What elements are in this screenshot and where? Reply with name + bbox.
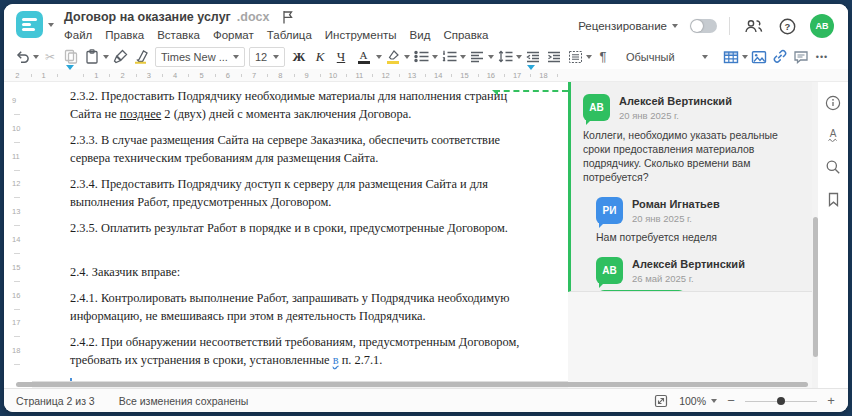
font-caret-icon xyxy=(233,55,239,59)
italic-button[interactable]: К xyxy=(310,46,330,67)
ruler-tick xyxy=(14,253,20,254)
increase-indent-button[interactable] xyxy=(544,46,564,67)
decrease-indent-button[interactable] xyxy=(523,46,543,67)
zoom-slider[interactable] xyxy=(745,396,817,406)
paste-button[interactable] xyxy=(82,46,102,67)
comments-panel: АВАлексей Вертинский20 янв 2025 г.Коллег… xyxy=(568,82,812,388)
horizontal-scrollbar[interactable] xyxy=(16,382,808,387)
svg-text:?: ? xyxy=(785,21,791,32)
paragraph-5: 2.4.1. Контролировать выполнение Работ, … xyxy=(70,290,538,325)
paragraph-4: 2.4. Заказчик вправе: xyxy=(70,247,538,282)
collaborators-icon[interactable] xyxy=(742,16,765,37)
font-name-select[interactable]: Times New ... xyxy=(155,47,245,67)
app-logo-icon[interactable] xyxy=(16,11,43,38)
numbered-list-button[interactable] xyxy=(439,46,459,67)
bookmark-icon[interactable] xyxy=(824,190,842,208)
menu-item-7[interactable]: Справка xyxy=(443,29,488,41)
insert-comment-button[interactable] xyxy=(791,46,811,67)
format-painter-button[interactable] xyxy=(110,46,130,67)
zoom-in-button[interactable]: + xyxy=(826,393,836,408)
align-caret-icon[interactable] xyxy=(488,55,494,59)
fit-width-icon[interactable] xyxy=(652,392,670,410)
comment-author: Роман Игнатьев xyxy=(632,198,720,210)
menu-item-6[interactable]: Вид xyxy=(410,29,431,41)
font-color-caret-icon[interactable] xyxy=(376,55,382,59)
document-canvas[interactable]: 2.3.2. Предоставить Подрядчику необходим… xyxy=(32,82,568,388)
font-size-select[interactable]: 12 xyxy=(249,47,285,67)
paragraph-settings-caret-icon[interactable] xyxy=(586,55,592,59)
bullet-list-button[interactable] xyxy=(411,46,431,67)
info-icon[interactable] xyxy=(824,94,842,112)
menu-bar: ФайлПравкаВставкаФорматТаблицаИнструмент… xyxy=(64,29,489,41)
align-button[interactable] xyxy=(467,46,487,67)
menu-item-4[interactable]: Таблица xyxy=(267,29,312,41)
cut-button[interactable]: ✂ xyxy=(40,46,60,67)
ruler-number: 4 xyxy=(173,71,177,80)
ruler-number: 10 xyxy=(329,71,337,80)
mention-pill: Роман Игнатьев xyxy=(596,290,687,292)
ruler-tick xyxy=(188,74,189,77)
zoom-out-button[interactable]: − xyxy=(726,393,736,408)
numbered-list-caret-icon[interactable] xyxy=(460,55,466,59)
underline-button[interactable]: Ч xyxy=(331,46,351,67)
ruler-tick xyxy=(14,197,20,198)
font-color-button[interactable]: А xyxy=(352,46,375,67)
line-spacing-button[interactable] xyxy=(495,46,515,67)
more-tools-button[interactable]: ••• xyxy=(812,46,832,67)
ruler-number: 9 xyxy=(12,96,16,105)
comment-0[interactable]: АВАлексей Вертинский20 янв 2025 г.Коллег… xyxy=(583,94,800,184)
copy-button[interactable] xyxy=(61,46,81,67)
paragraph-style-select[interactable]: Обычный xyxy=(620,47,714,67)
highlight-caret-icon[interactable] xyxy=(404,55,410,59)
ruler-number: 15 xyxy=(12,263,20,272)
comment-text: Коллеги, необходимо указать реальные сро… xyxy=(583,128,800,184)
paste-caret-icon[interactable] xyxy=(103,55,109,59)
ruler-number: 16 xyxy=(12,291,20,300)
review-toggle[interactable] xyxy=(690,19,717,33)
table-caret-icon[interactable] xyxy=(742,55,748,59)
bullet-list-caret-icon[interactable] xyxy=(432,55,438,59)
search-icon[interactable] xyxy=(824,158,842,176)
undo-caret-icon[interactable] xyxy=(33,55,39,59)
undo-button[interactable] xyxy=(12,46,32,67)
menu-item-1[interactable]: Правка xyxy=(105,29,144,41)
ruler-number: 7 xyxy=(252,71,256,80)
line-spacing-caret-icon[interactable] xyxy=(516,55,522,59)
comment-thread-card[interactable]: АВАлексей Вертинский20 янв 2025 г.Коллег… xyxy=(568,82,812,292)
insert-image-button[interactable] xyxy=(749,46,769,67)
ruler-number: 11 xyxy=(12,152,20,161)
menu-item-2[interactable]: Вставка xyxy=(157,29,200,41)
paragraph-0: 2.3.2. Предоставить Подрядчику необходим… xyxy=(70,88,538,123)
menu-item-5[interactable]: Инструменты xyxy=(325,29,397,41)
ruler-tick xyxy=(451,74,452,77)
ruler-number: 2 xyxy=(121,71,125,80)
user-avatar[interactable]: АВ xyxy=(810,14,834,38)
menu-item-0[interactable]: Файл xyxy=(64,29,92,41)
ruler-tick xyxy=(241,74,242,77)
favorite-flag-icon[interactable] xyxy=(281,10,294,24)
menu-item-3[interactable]: Формат xyxy=(213,29,254,41)
ruler-tick xyxy=(215,74,216,77)
help-icon[interactable]: ? xyxy=(777,16,798,37)
zoom-level-select[interactable]: 100% xyxy=(679,395,717,407)
paragraph-6: 2.4.2. При обнаружении несоответствий тр… xyxy=(70,334,538,369)
bold-button[interactable]: Ж xyxy=(289,46,309,67)
insert-link-button[interactable] xyxy=(770,46,790,67)
zoom-slider-handle[interactable] xyxy=(777,397,785,405)
logo-menu-caret-icon[interactable] xyxy=(48,23,54,27)
ruler-tick xyxy=(83,74,84,77)
page-indicator[interactable]: Страница 2 из 3 xyxy=(16,395,95,407)
review-mode-button[interactable]: Рецензирование xyxy=(578,20,678,32)
vertical-scrollbar-thumb[interactable] xyxy=(813,217,818,357)
show-paragraph-marks-button[interactable]: ¶ xyxy=(593,46,613,67)
comment-1[interactable]: РИРоман Игнатьев20 янв 2025 г.Нам потреб… xyxy=(596,197,800,244)
highlight-button[interactable] xyxy=(383,46,403,67)
spellcheck-icon[interactable]: А xyxy=(824,126,842,144)
paragraph-settings-button[interactable] xyxy=(565,46,585,67)
insert-table-button[interactable] xyxy=(721,46,741,67)
clear-style-button[interactable] xyxy=(131,46,151,67)
size-caret-icon xyxy=(273,55,279,59)
ruler-tick xyxy=(162,74,163,77)
toolbar: ✂ Times New ... 12 Ж К Ч А xyxy=(4,44,848,69)
comment-2[interactable]: АВАлексей Вертинский26 май 2025 г.Роман … xyxy=(596,257,800,292)
